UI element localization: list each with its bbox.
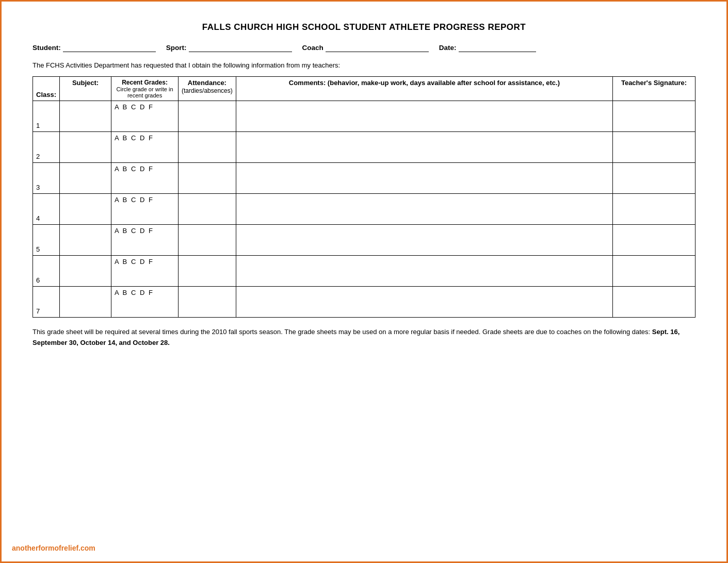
table-row: 3 A B C D F [33, 163, 695, 194]
signature-cell [613, 287, 695, 318]
row-number: 7 [33, 287, 60, 318]
date-field: Date: [439, 44, 536, 52]
subject-cell [60, 101, 111, 132]
footer-text: This grade sheet will be required at sev… [33, 327, 695, 349]
grades-text: A B C D F [115, 196, 154, 204]
sport-label: Sport: [166, 44, 187, 52]
page: FALLS CHURCH HIGH SCHOOL STUDENT ATHLETE… [0, 0, 728, 563]
comments-cell [236, 225, 612, 256]
table-row: 7 A B C D F [33, 287, 695, 318]
subject-cell [60, 194, 111, 225]
col-attendance: Attendance: (tardies/absences) [179, 77, 236, 101]
grades-text: A B C D F [115, 289, 154, 296]
comments-cell [236, 132, 612, 163]
grades-text: A B C D F [115, 258, 154, 266]
grades-cell: A B C D F [111, 256, 179, 287]
subject-cell [60, 287, 111, 318]
col-class: Class: [33, 77, 60, 101]
signature-cell [613, 256, 695, 287]
signature-cell [613, 163, 695, 194]
comments-cell [236, 256, 612, 287]
grades-cell: A B C D F [111, 225, 179, 256]
row-number: 5 [33, 225, 60, 256]
coach-field: Coach [302, 44, 429, 52]
attendance-cell [179, 256, 236, 287]
comments-cell [236, 101, 612, 132]
coach-label: Coach [302, 44, 323, 52]
student-field: Student: [33, 44, 156, 52]
signature-cell [613, 194, 695, 225]
date-line [459, 44, 536, 52]
sport-field: Sport: [166, 44, 292, 52]
row-number: 1 [33, 101, 60, 132]
signature-cell [613, 101, 695, 132]
table-row: 2 A B C D F [33, 132, 695, 163]
attendance-cell [179, 163, 236, 194]
grades-text: A B C D F [115, 227, 154, 235]
row-number: 3 [33, 163, 60, 194]
col-comments: Comments: (behavior, make-up work, days … [236, 77, 612, 101]
subject-cell [60, 163, 111, 194]
table-row: 1 A B C D F [33, 101, 695, 132]
footer-text-before: This grade sheet will be required at sev… [33, 328, 652, 336]
page-title: FALLS CHURCH HIGH SCHOOL STUDENT ATHLETE… [33, 22, 695, 32]
comments-cell [236, 287, 612, 318]
subject-cell [60, 225, 111, 256]
attendance-cell [179, 101, 236, 132]
grades-text: A B C D F [115, 134, 154, 142]
col-signature: Teacher's Signature: [613, 77, 695, 101]
student-line [63, 44, 156, 52]
grades-cell: A B C D F [111, 194, 179, 225]
student-label: Student: [33, 44, 61, 52]
header-fields: Student: Sport: Coach Date: [33, 44, 695, 52]
grades-text: A B C D F [115, 103, 154, 111]
comments-cell [236, 194, 612, 225]
table-row: 6 A B C D F [33, 256, 695, 287]
watermark: anotherformofrelief.com [12, 544, 95, 552]
attendance-cell [179, 225, 236, 256]
progress-table: Class: Subject: Recent Grades: Circle gr… [33, 76, 695, 318]
col-subject: Subject: [60, 77, 111, 101]
table-header-row: Class: Subject: Recent Grades: Circle gr… [33, 77, 695, 101]
date-label: Date: [439, 44, 457, 52]
intro-text: The FCHS Activities Department has reque… [33, 61, 695, 69]
subject-cell [60, 132, 111, 163]
sport-line [189, 44, 292, 52]
comments-cell [236, 163, 612, 194]
subject-cell [60, 256, 111, 287]
attendance-cell [179, 287, 236, 318]
row-number: 2 [33, 132, 60, 163]
row-number: 6 [33, 256, 60, 287]
attendance-cell [179, 194, 236, 225]
col-recent-grades: Recent Grades: Circle grade or write in … [111, 77, 179, 101]
attendance-cell [179, 132, 236, 163]
grades-text: A B C D F [115, 165, 154, 173]
grades-cell: A B C D F [111, 163, 179, 194]
signature-cell [613, 132, 695, 163]
grades-cell: A B C D F [111, 132, 179, 163]
grades-cell: A B C D F [111, 287, 179, 318]
row-number: 4 [33, 194, 60, 225]
table-row: 5 A B C D F [33, 225, 695, 256]
coach-line [326, 44, 429, 52]
signature-cell [613, 225, 695, 256]
grades-cell: A B C D F [111, 101, 179, 132]
table-row: 4 A B C D F [33, 194, 695, 225]
